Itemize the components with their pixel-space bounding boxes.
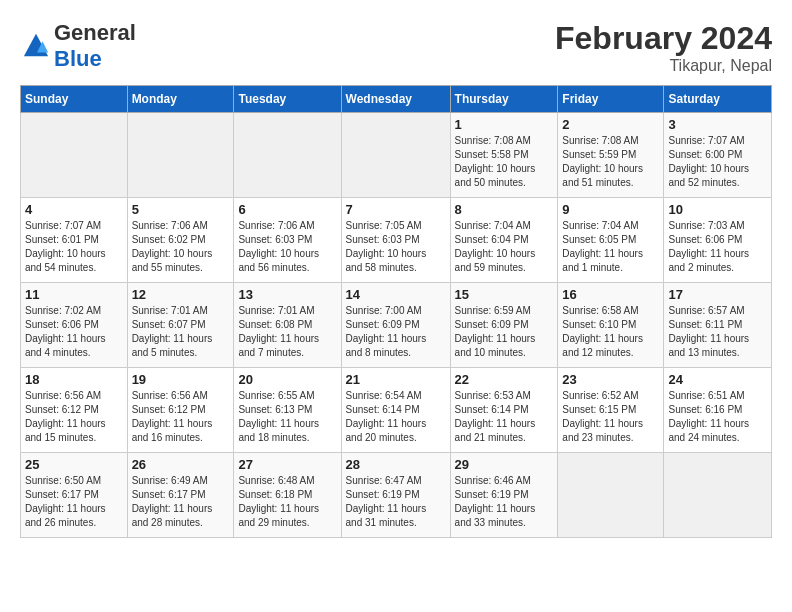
calendar-cell: 26Sunrise: 6:49 AMSunset: 6:17 PMDayligh… [127,453,234,538]
day-info: Sunrise: 6:58 AMSunset: 6:10 PMDaylight:… [562,304,659,360]
calendar-cell [341,113,450,198]
day-info: Sunrise: 7:07 AMSunset: 6:01 PMDaylight:… [25,219,123,275]
day-number: 1 [455,117,554,132]
calendar-cell: 1Sunrise: 7:08 AMSunset: 5:58 PMDaylight… [450,113,558,198]
day-info: Sunrise: 6:54 AMSunset: 6:14 PMDaylight:… [346,389,446,445]
day-info: Sunrise: 6:59 AMSunset: 6:09 PMDaylight:… [455,304,554,360]
day-number: 18 [25,372,123,387]
calendar-cell: 24Sunrise: 6:51 AMSunset: 6:16 PMDayligh… [664,368,772,453]
day-info: Sunrise: 6:53 AMSunset: 6:14 PMDaylight:… [455,389,554,445]
header-monday: Monday [127,86,234,113]
day-number: 27 [238,457,336,472]
day-info: Sunrise: 7:01 AMSunset: 6:08 PMDaylight:… [238,304,336,360]
day-number: 7 [346,202,446,217]
day-info: Sunrise: 7:00 AMSunset: 6:09 PMDaylight:… [346,304,446,360]
calendar-cell [127,113,234,198]
calendar-cell: 22Sunrise: 6:53 AMSunset: 6:14 PMDayligh… [450,368,558,453]
page-subtitle: Tikapur, Nepal [555,57,772,75]
day-number: 6 [238,202,336,217]
day-number: 21 [346,372,446,387]
day-number: 15 [455,287,554,302]
logo-icon [22,32,50,60]
day-number: 13 [238,287,336,302]
day-info: Sunrise: 7:03 AMSunset: 6:06 PMDaylight:… [668,219,767,275]
header-sunday: Sunday [21,86,128,113]
page-title: February 2024 [555,20,772,57]
calendar-cell: 25Sunrise: 6:50 AMSunset: 6:17 PMDayligh… [21,453,128,538]
calendar-cell: 16Sunrise: 6:58 AMSunset: 6:10 PMDayligh… [558,283,664,368]
header-thursday: Thursday [450,86,558,113]
day-number: 4 [25,202,123,217]
calendar-body: 1Sunrise: 7:08 AMSunset: 5:58 PMDaylight… [21,113,772,538]
week-row-2: 11Sunrise: 7:02 AMSunset: 6:06 PMDayligh… [21,283,772,368]
calendar-cell [664,453,772,538]
week-row-1: 4Sunrise: 7:07 AMSunset: 6:01 PMDaylight… [21,198,772,283]
day-info: Sunrise: 6:57 AMSunset: 6:11 PMDaylight:… [668,304,767,360]
logo-blue-text: Blue [54,46,102,71]
day-number: 20 [238,372,336,387]
day-number: 5 [132,202,230,217]
day-number: 19 [132,372,230,387]
day-number: 14 [346,287,446,302]
day-number: 25 [25,457,123,472]
week-row-0: 1Sunrise: 7:08 AMSunset: 5:58 PMDaylight… [21,113,772,198]
day-info: Sunrise: 7:05 AMSunset: 6:03 PMDaylight:… [346,219,446,275]
header-friday: Friday [558,86,664,113]
calendar-cell: 27Sunrise: 6:48 AMSunset: 6:18 PMDayligh… [234,453,341,538]
day-info: Sunrise: 6:55 AMSunset: 6:13 PMDaylight:… [238,389,336,445]
calendar-cell [21,113,128,198]
calendar-cell: 19Sunrise: 6:56 AMSunset: 6:12 PMDayligh… [127,368,234,453]
week-row-3: 18Sunrise: 6:56 AMSunset: 6:12 PMDayligh… [21,368,772,453]
day-info: Sunrise: 7:06 AMSunset: 6:02 PMDaylight:… [132,219,230,275]
day-info: Sunrise: 6:51 AMSunset: 6:16 PMDaylight:… [668,389,767,445]
svg-marker-0 [24,34,48,56]
week-row-4: 25Sunrise: 6:50 AMSunset: 6:17 PMDayligh… [21,453,772,538]
day-number: 8 [455,202,554,217]
calendar-cell: 12Sunrise: 7:01 AMSunset: 6:07 PMDayligh… [127,283,234,368]
calendar-cell: 20Sunrise: 6:55 AMSunset: 6:13 PMDayligh… [234,368,341,453]
day-number: 22 [455,372,554,387]
day-info: Sunrise: 7:04 AMSunset: 6:04 PMDaylight:… [455,219,554,275]
logo-general-text: General [54,20,136,45]
calendar-cell: 29Sunrise: 6:46 AMSunset: 6:19 PMDayligh… [450,453,558,538]
calendar-cell: 17Sunrise: 6:57 AMSunset: 6:11 PMDayligh… [664,283,772,368]
calendar-cell: 7Sunrise: 7:05 AMSunset: 6:03 PMDaylight… [341,198,450,283]
calendar-header-row: SundayMondayTuesdayWednesdayThursdayFrid… [21,86,772,113]
calendar-cell [234,113,341,198]
calendar-cell: 15Sunrise: 6:59 AMSunset: 6:09 PMDayligh… [450,283,558,368]
day-number: 9 [562,202,659,217]
calendar-cell: 13Sunrise: 7:01 AMSunset: 6:08 PMDayligh… [234,283,341,368]
calendar-cell: 6Sunrise: 7:06 AMSunset: 6:03 PMDaylight… [234,198,341,283]
day-number: 17 [668,287,767,302]
calendar-cell: 3Sunrise: 7:07 AMSunset: 6:00 PMDaylight… [664,113,772,198]
day-number: 23 [562,372,659,387]
day-number: 10 [668,202,767,217]
day-number: 29 [455,457,554,472]
calendar-cell: 8Sunrise: 7:04 AMSunset: 6:04 PMDaylight… [450,198,558,283]
day-info: Sunrise: 6:52 AMSunset: 6:15 PMDaylight:… [562,389,659,445]
calendar-table: SundayMondayTuesdayWednesdayThursdayFrid… [20,85,772,538]
calendar-cell: 2Sunrise: 7:08 AMSunset: 5:59 PMDaylight… [558,113,664,198]
day-info: Sunrise: 7:08 AMSunset: 5:59 PMDaylight:… [562,134,659,190]
calendar-cell: 9Sunrise: 7:04 AMSunset: 6:05 PMDaylight… [558,198,664,283]
day-info: Sunrise: 6:50 AMSunset: 6:17 PMDaylight:… [25,474,123,530]
header-wednesday: Wednesday [341,86,450,113]
day-number: 12 [132,287,230,302]
calendar-cell: 21Sunrise: 6:54 AMSunset: 6:14 PMDayligh… [341,368,450,453]
day-number: 26 [132,457,230,472]
calendar-cell: 5Sunrise: 7:06 AMSunset: 6:02 PMDaylight… [127,198,234,283]
calendar-cell [558,453,664,538]
day-number: 2 [562,117,659,132]
calendar-cell: 11Sunrise: 7:02 AMSunset: 6:06 PMDayligh… [21,283,128,368]
calendar-cell: 4Sunrise: 7:07 AMSunset: 6:01 PMDaylight… [21,198,128,283]
page-header: General Blue February 2024 Tikapur, Nepa… [20,20,772,75]
title-block: February 2024 Tikapur, Nepal [555,20,772,75]
logo: General Blue [20,20,136,72]
calendar-cell: 18Sunrise: 6:56 AMSunset: 6:12 PMDayligh… [21,368,128,453]
calendar-cell: 28Sunrise: 6:47 AMSunset: 6:19 PMDayligh… [341,453,450,538]
header-saturday: Saturday [664,86,772,113]
day-info: Sunrise: 7:06 AMSunset: 6:03 PMDaylight:… [238,219,336,275]
calendar-cell: 23Sunrise: 6:52 AMSunset: 6:15 PMDayligh… [558,368,664,453]
day-info: Sunrise: 6:56 AMSunset: 6:12 PMDaylight:… [132,389,230,445]
calendar-cell: 14Sunrise: 7:00 AMSunset: 6:09 PMDayligh… [341,283,450,368]
